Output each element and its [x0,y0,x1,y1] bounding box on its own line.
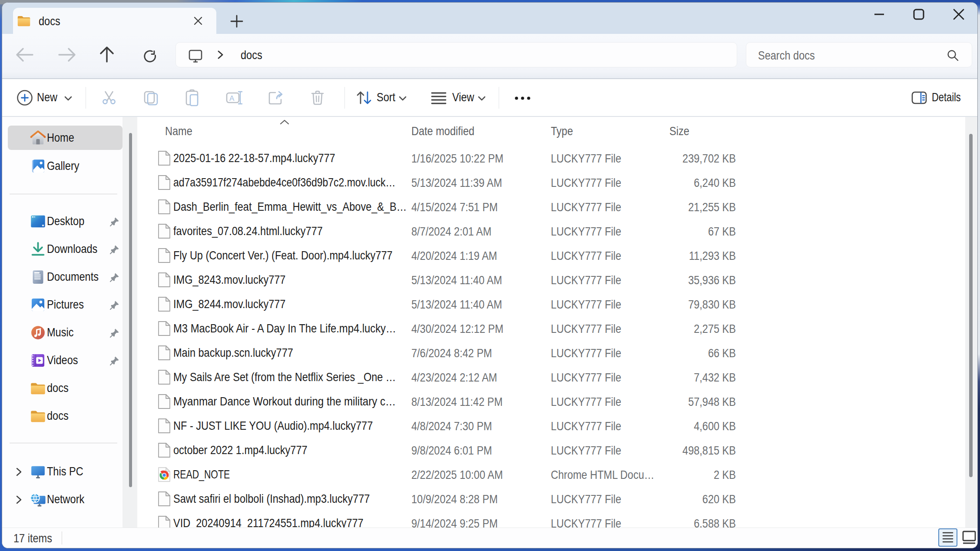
svg-text:A: A [229,94,235,103]
